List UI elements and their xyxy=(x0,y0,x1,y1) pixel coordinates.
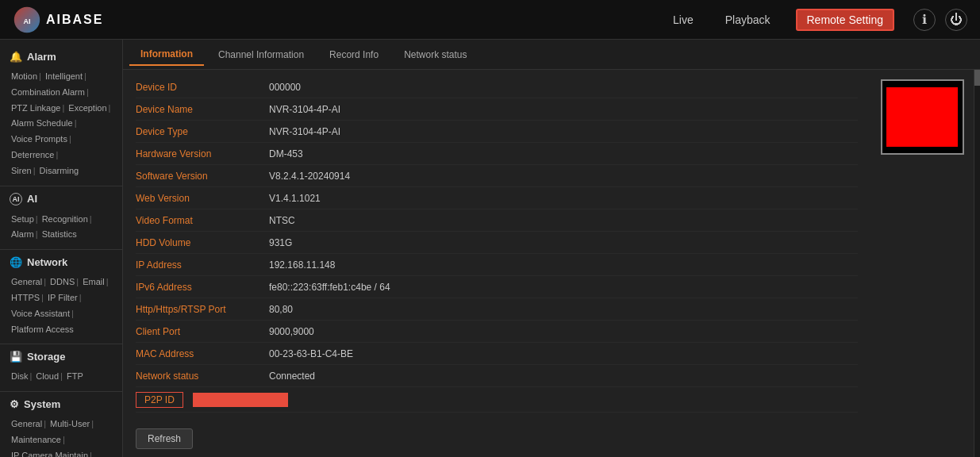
sidebar-item-disarming[interactable]: Disarming xyxy=(40,166,79,175)
sidebar-item-ftp[interactable]: FTP xyxy=(67,371,83,381)
playback-button[interactable]: Playback xyxy=(719,10,777,29)
sidebar-item-general[interactable]: General xyxy=(11,277,42,286)
remote-setting-button[interactable]: Remote Setting xyxy=(796,9,895,31)
header-nav: Live Playback Remote Setting ℹ ⏻ xyxy=(667,9,967,31)
sidebar-item-alarm-schedule[interactable]: Alarm Schedule xyxy=(11,118,73,128)
sidebar-section-title-system: ⚙ System xyxy=(0,394,122,415)
value-web-version: V1.4.1.1021 xyxy=(263,190,327,207)
sidebar-item-setup[interactable]: Setup xyxy=(11,214,34,224)
alarm-title: Alarm xyxy=(27,51,56,63)
value-hardware-version: DM-453 xyxy=(263,145,309,163)
svg-text:AI: AI xyxy=(24,17,31,25)
preview-image xyxy=(886,87,958,147)
sidebar-item-platform-access[interactable]: Platform Access xyxy=(11,325,74,334)
sidebar-item-exception[interactable]: Exception xyxy=(68,103,106,113)
sidebar-section-storage: 💾 Storage Disk| Cloud| FTP xyxy=(0,346,122,388)
value-device-type: NVR-3104-4P-AI xyxy=(263,123,347,140)
sidebar-section-title-alarm: 🔔 Alarm xyxy=(0,46,122,67)
info-row-network-status: Network status Connected xyxy=(136,365,858,387)
info-row-web-version: Web Version V1.4.1.1021 xyxy=(136,187,858,209)
sidebar-item-maintenance[interactable]: Maintenance xyxy=(11,435,61,444)
label-client-port: Client Port xyxy=(136,323,263,340)
sidebar-item-system-general[interactable]: General xyxy=(11,419,42,428)
preview-box xyxy=(881,79,964,155)
sidebar-item-ptz-linkage[interactable]: PTZ Linkage xyxy=(11,103,60,113)
system-links: General| Multi-User| Maintenance| IP Cam… xyxy=(0,415,122,457)
sidebar-item-combination-alarm[interactable]: Combination Alarm xyxy=(11,87,85,97)
label-software-version: Software Version xyxy=(136,167,263,185)
preview-area xyxy=(870,70,974,457)
sidebar-item-recognition[interactable]: Recognition xyxy=(42,214,88,224)
value-ip-address: 192.168.11.148 xyxy=(263,256,341,274)
info-row-http-port: Http/Https/RTSP Port 80,80 xyxy=(136,298,858,321)
sidebar-item-intelligent[interactable]: Intelligent xyxy=(45,71,83,81)
sidebar-section-title-network: 🌐 Network xyxy=(0,252,122,273)
sidebar-item-ip-camera-maintain[interactable]: IP Camera Maintain xyxy=(11,451,88,457)
live-button[interactable]: Live xyxy=(667,10,700,29)
system-title: System xyxy=(24,398,60,410)
p2p-id-label[interactable]: P2P ID xyxy=(136,392,183,408)
info-button[interactable]: ℹ xyxy=(913,9,936,31)
label-hardware-version: Hardware Version xyxy=(136,145,263,163)
sidebar: 🔔 Alarm Motion| Intelligent| Combination… xyxy=(0,40,123,457)
label-mac-address: MAC Address xyxy=(136,345,263,363)
tab-record-info[interactable]: Record Info xyxy=(318,44,390,65)
label-device-type: Device Type xyxy=(136,123,263,140)
value-ipv6-address: fe80::223:63ff:feb1:c4be / 64 xyxy=(263,278,397,296)
sidebar-section-title-storage: 💾 Storage xyxy=(0,346,122,367)
sidebar-item-email[interactable]: Email xyxy=(83,277,105,286)
alarm-links: Motion| Intelligent| Combination Alarm| … xyxy=(0,67,122,182)
value-network-status: Connected xyxy=(263,367,321,385)
header-icons: ℹ ⏻ xyxy=(913,9,967,31)
storage-title: Storage xyxy=(27,351,65,363)
value-client-port: 9000,9000 xyxy=(263,323,321,340)
sidebar-item-alarm[interactable]: Alarm xyxy=(11,229,34,239)
label-device-id: Device ID xyxy=(136,79,263,96)
sidebar-item-ddns[interactable]: DDNS xyxy=(50,277,75,286)
label-web-version: Web Version xyxy=(136,190,263,207)
info-row-client-port: Client Port 9000,9000 xyxy=(136,321,858,343)
power-button[interactable]: ⏻ xyxy=(945,9,967,31)
sidebar-item-voice-prompts[interactable]: Voice Prompts xyxy=(11,134,67,144)
info-row-device-type: Device Type NVR-3104-4P-AI xyxy=(136,121,858,143)
label-device-name: Device Name xyxy=(136,101,263,118)
sidebar-section-ai: AI AI Setup| Recognition| Alarm| Statist… xyxy=(0,188,122,247)
sidebar-item-deterrence[interactable]: Deterrence xyxy=(11,150,54,159)
logo-text: AIBASE xyxy=(46,13,103,27)
p2p-id-value xyxy=(193,393,288,407)
label-ipv6-address: IPv6 Address xyxy=(136,278,263,296)
info-row-ip-address: IP Address 192.168.11.148 xyxy=(136,254,858,276)
ai-title: AI xyxy=(27,193,37,205)
label-network-status: Network status xyxy=(136,367,263,385)
sidebar-item-voice-assistant[interactable]: Voice Assistant xyxy=(11,309,70,318)
info-row-p2p-id: P2P ID xyxy=(136,387,858,413)
sidebar-item-multi-user[interactable]: Multi-User xyxy=(50,419,90,428)
sidebar-item-https[interactable]: HTTPS xyxy=(11,293,40,302)
tab-network-status[interactable]: Network status xyxy=(393,44,478,65)
sidebar-item-motion[interactable]: Motion xyxy=(11,71,37,81)
label-ip-address: IP Address xyxy=(136,256,263,274)
sidebar-item-ip-filter[interactable]: IP Filter xyxy=(48,293,78,302)
sidebar-item-siren[interactable]: Siren xyxy=(11,166,32,175)
right-scrollbar[interactable] xyxy=(974,70,980,457)
info-row-software-version: Software Version V8.2.4.1-20240914 xyxy=(136,165,858,187)
tab-information[interactable]: Information xyxy=(129,44,204,66)
sidebar-item-statistics[interactable]: Statistics xyxy=(42,229,77,239)
value-video-format: NTSC xyxy=(263,212,302,229)
info-row-ipv6-address: IPv6 Address fe80::223:63ff:feb1:c4be / … xyxy=(136,276,858,298)
header: AI AIBASE Live Playback Remote Setting ℹ… xyxy=(0,0,980,40)
value-device-id: 000000 xyxy=(263,79,307,96)
sidebar-item-disk[interactable]: Disk xyxy=(11,371,28,381)
refresh-button[interactable]: Refresh xyxy=(136,428,193,449)
info-table-area: Device ID 000000 Device Name NVR-3104-4P… xyxy=(123,70,870,457)
tab-channel-information[interactable]: Channel Information xyxy=(207,44,315,65)
tabs-bar: Information Channel Information Record I… xyxy=(123,40,980,70)
value-mac-address: 00-23-63-B1-C4-BE xyxy=(263,345,359,363)
logo: AI AIBASE xyxy=(13,6,103,34)
info-row-video-format: Video Format NTSC xyxy=(136,209,858,232)
sidebar-section-title-ai: AI AI xyxy=(0,188,122,210)
content-area: Information Channel Information Record I… xyxy=(123,40,980,457)
value-http-port: 80,80 xyxy=(263,301,299,318)
sidebar-item-cloud[interactable]: Cloud xyxy=(36,371,59,381)
info-row-device-id: Device ID 000000 xyxy=(136,76,858,98)
